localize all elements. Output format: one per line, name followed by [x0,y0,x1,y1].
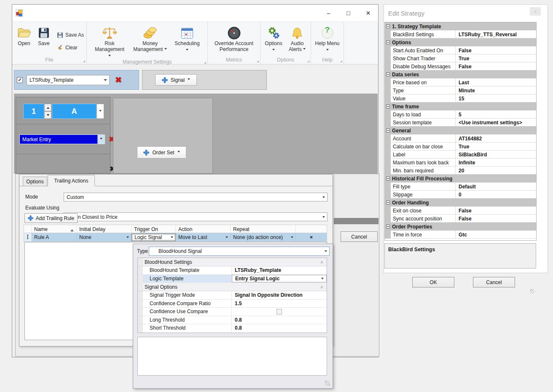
property-value[interactable]: Infinite [456,158,536,166]
collapse-icon[interactable] [386,129,390,132]
property-value[interactable]: 0.8 [232,316,327,324]
property-label[interactable]: Price based on [391,78,456,86]
property-label[interactable]: BlackBird Settings [391,30,456,38]
property-value[interactable]: Gtc [456,231,536,239]
collapse-icon[interactable] [386,24,390,28]
rule-action-cell[interactable]: Move to Last [176,233,231,242]
clear-button[interactable]: Clear [57,43,84,52]
tab-trailing-actions[interactable]: Trailing Actions [48,175,95,186]
template-enabled-checkbox[interactable]: ✓ [17,77,23,83]
help-menu-button[interactable]: ? Help Menu [313,24,342,53]
collapse-up-icon[interactable]: ∧ [320,260,323,264]
resize-grip-icon[interactable] [530,289,534,293]
template-combo[interactable]: LTSRuby_Template [27,75,110,85]
property-label[interactable]: Signal Trigger Mode [143,291,232,299]
property-label[interactable]: Sync account position [391,215,456,223]
property-label[interactable]: Exit on close [391,207,456,215]
risk-management-button[interactable]: Risk Management [89,24,130,59]
save-button[interactable]: Save [34,24,54,46]
close-button[interactable]: × [358,5,378,21]
collapse-icon[interactable] [386,177,390,180]
signal-type-combo[interactable]: BloodHound Signal [149,247,330,256]
cancel-button[interactable]: Cancel [473,277,515,287]
property-label[interactable]: Time in force [391,231,456,239]
property-value[interactable]: <Use instrument settings> [456,118,536,126]
property-label[interactable]: Calculate on bar close [391,142,456,150]
property-label[interactable]: Account [391,134,456,142]
rule-name-cell[interactable]: Rule A [32,233,77,242]
add-signal-button[interactable]: Signal [155,74,197,86]
group-letter-cell[interactable]: A [52,104,97,119]
property-label[interactable]: Short Threshold [143,324,232,333]
group-bloodhound-settings[interactable]: BloodHound Settings ∧ [138,258,327,266]
entry-dropdown-button[interactable] [97,135,105,144]
spinner-down-button[interactable] [44,111,51,119]
background-cancel-button[interactable]: Cancel [341,231,378,242]
property-value[interactable]: 5 [456,110,536,118]
property-label[interactable]: Value [391,94,456,102]
mode-combo[interactable]: Custom [64,193,328,201]
scheduling-button[interactable]: Scheduling [170,24,204,53]
property-value[interactable]: 20 [456,166,536,175]
dialog-launcher-icon[interactable] [83,60,85,62]
group-signal-options[interactable]: Signal Options ∧ [138,283,327,291]
property-value[interactable]: Last [456,78,536,86]
property-value[interactable]: 0 [456,191,536,199]
property-value[interactable]: False [456,207,536,215]
options-button[interactable]: Options [262,24,285,53]
property-value[interactable]: True [456,142,536,150]
property-label[interactable]: Label [391,150,456,158]
column-header-trigger-on[interactable]: Trigger On [132,225,176,233]
section-data-series[interactable]: Data series [385,70,536,78]
property-label[interactable]: Maximum bars look back [391,158,456,166]
property-value[interactable]: False [456,215,536,223]
property-label[interactable]: Min. bars required [391,166,456,175]
entry-type-select[interactable]: Market Entry [19,134,105,144]
property-label[interactable]: Fill type [391,183,456,191]
group-number-spinner[interactable] [44,104,51,119]
maximize-button[interactable]: □ [338,5,358,21]
property-value[interactable]: 0.8 [232,324,327,333]
column-header-initial-delay[interactable]: Initial Delay [77,225,132,233]
collapse-icon[interactable] [386,225,390,228]
resize-grip-icon[interactable] [325,381,330,386]
rule-trigger-on-cell[interactable]: Logic Signal [132,234,176,241]
property-label[interactable]: Start Auto Enabled On [391,46,456,54]
dialog-launcher-icon[interactable] [340,60,342,62]
tab-options[interactable]: Options [23,177,47,186]
open-button[interactable]: Open [14,24,34,46]
property-label[interactable]: Confidence Use Compare [143,308,232,316]
money-management-button[interactable]: Money Management [130,24,170,52]
property-label[interactable]: Long Threshold [143,316,232,324]
property-label[interactable]: Logic Template [143,275,232,283]
property-value-editor[interactable]: Entry Signal Logic [232,275,327,283]
add-order-set-button[interactable]: Order Set [137,146,186,158]
dialog-launcher-icon[interactable] [307,60,309,62]
column-header-action[interactable]: Action [176,225,231,233]
property-value[interactable]: LTSRuby_TTS_Reversal [456,30,536,38]
property-label[interactable]: Show Chart Trader [391,54,456,62]
column-header-repeat[interactable]: Repeat [231,225,296,233]
property-value[interactable]: False [456,46,536,54]
evaluate-using-combo[interactable]: Action Closest to Price [64,212,328,221]
collapse-icon[interactable] [386,201,390,204]
property-label[interactable]: Type [391,86,456,94]
section-general[interactable]: General [385,126,536,134]
property-label[interactable]: Disable Debug Messages [391,62,456,70]
property-value[interactable]: SiBlackBird [456,150,536,158]
property-label[interactable]: BloodHound Template [143,266,232,274]
section-options[interactable]: Options [385,38,536,46]
spinner-up-button[interactable] [44,104,51,111]
property-value[interactable]: Signal In Opposite Direction [232,291,327,299]
override-account-performance-button[interactable]: Override Account Performance [210,24,258,52]
collapse-icon[interactable] [386,40,390,44]
collapse-icon[interactable] [386,72,390,76]
ok-button[interactable]: OK [412,277,454,287]
add-trailing-rule-button[interactable]: Add Trailing Rule [24,213,78,223]
property-label[interactable]: Slippage [391,191,456,199]
column-header-name[interactable]: Name [32,225,77,233]
property-value[interactable]: 15 [456,94,536,102]
dialog-launcher-icon[interactable] [204,62,206,64]
property-value[interactable]: LTSRuby_Template [232,266,327,274]
section-time-frame[interactable]: Time frame [385,102,536,110]
